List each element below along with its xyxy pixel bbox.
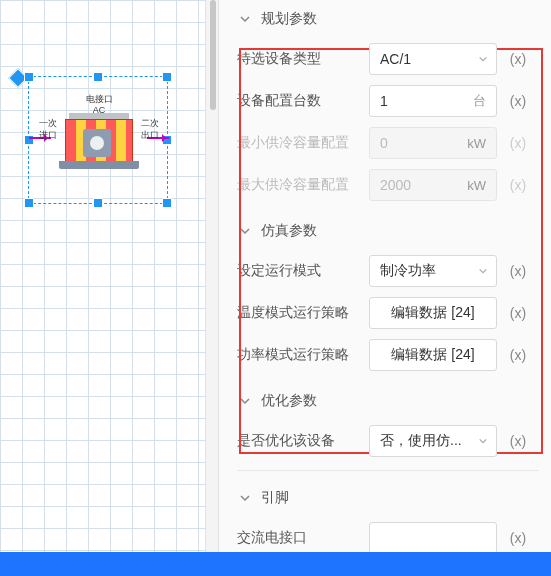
resize-handle-tc[interactable]: [93, 72, 103, 82]
row-max-cool: 最大供冷容量配置 2000 kW (x): [237, 164, 539, 206]
input-device-count-value: 1: [380, 93, 388, 109]
select-device-type[interactable]: AC/1: [369, 43, 497, 75]
select-optimize-value: 否，使用仿...: [380, 432, 462, 450]
select-run-mode[interactable]: 制冷功率: [369, 255, 497, 287]
chevron-down-icon: [478, 51, 488, 67]
expr-button[interactable]: (x): [507, 305, 529, 321]
input-max-cool-value: 2000: [380, 177, 411, 193]
button-temp-strategy[interactable]: 编辑数据 [24]: [369, 297, 497, 329]
unit-device-count: 台: [473, 92, 486, 110]
resize-handle-bc[interactable]: [93, 198, 103, 208]
equipment-base: [59, 161, 139, 169]
resize-handle-br[interactable]: [162, 198, 172, 208]
unit-max-cool: kW: [467, 178, 486, 193]
resize-handle-tr[interactable]: [162, 72, 172, 82]
section-title-opt: 优化参数: [261, 392, 317, 410]
resize-handle-bl[interactable]: [24, 198, 34, 208]
chevron-down-icon: [237, 490, 253, 506]
row-min-cool: 最小供冷容量配置 0 kW (x): [237, 122, 539, 164]
port-label-ac: AC: [93, 105, 106, 115]
bottom-bar: [0, 552, 551, 576]
button-power-strategy-label: 编辑数据 [24]: [391, 346, 474, 364]
label-min-cool: 最小供冷容量配置: [237, 134, 359, 152]
label-ac-port: 交流电接口: [237, 529, 359, 547]
row-device-type: 待选设备类型 AC/1 (x): [237, 38, 539, 80]
section-title-pins: 引脚: [261, 489, 289, 507]
section-title-plan: 规划参数: [261, 10, 317, 28]
label-run-mode: 设定运行模式: [237, 262, 359, 280]
label-temp-strategy: 温度模式运行策略: [237, 304, 359, 322]
input-ac-port[interactable]: [369, 522, 497, 554]
select-run-mode-value: 制冷功率: [380, 262, 436, 280]
canvas-pane[interactable]: 电接口 AC 一次 进口 二次 出口: [0, 0, 205, 576]
equipment-fan-icon: [83, 129, 111, 157]
section-title-sim: 仿真参数: [261, 222, 317, 240]
row-run-mode: 设定运行模式 制冷功率 (x): [237, 250, 539, 292]
resize-handle-tl[interactable]: [24, 72, 34, 82]
label-device-count: 设备配置台数: [237, 92, 359, 110]
expr-button[interactable]: (x): [507, 263, 529, 279]
row-power-strategy: 功率模式运行策略 编辑数据 [24] (x): [237, 334, 539, 376]
chevron-down-icon: [478, 263, 488, 279]
section-divider: [237, 470, 539, 471]
port-label-right2: 出口: [141, 129, 159, 142]
property-panel: 规划参数 待选设备类型 AC/1 (x) 设备配置台数 1 台: [219, 0, 551, 576]
input-device-count[interactable]: 1 台: [369, 85, 497, 117]
port-label-left2: 进口: [39, 129, 57, 142]
expr-button[interactable]: (x): [507, 530, 529, 546]
label-max-cool: 最大供冷容量配置: [237, 176, 359, 194]
input-min-cool-value: 0: [380, 135, 388, 151]
input-max-cool: 2000 kW: [369, 169, 497, 201]
row-temp-strategy: 温度模式运行策略 编辑数据 [24] (x): [237, 292, 539, 334]
section-header-pins[interactable]: 引脚: [237, 479, 539, 517]
unit-min-cool: kW: [467, 136, 486, 151]
chevron-down-icon: [237, 393, 253, 409]
select-device-type-value: AC/1: [380, 51, 411, 67]
label-device-type: 待选设备类型: [237, 50, 359, 68]
section-header-plan[interactable]: 规划参数: [237, 0, 539, 38]
row-device-count: 设备配置台数 1 台 (x): [237, 80, 539, 122]
section-header-sim[interactable]: 仿真参数: [237, 212, 539, 250]
expr-button[interactable]: (x): [507, 93, 529, 109]
selection-box[interactable]: 电接口 AC 一次 进口 二次 出口: [28, 76, 168, 204]
label-optimize: 是否优化该设备: [237, 432, 359, 450]
button-power-strategy[interactable]: 编辑数据 [24]: [369, 339, 497, 371]
chevron-down-icon: [237, 11, 253, 27]
row-optimize: 是否优化该设备 否，使用仿... (x): [237, 420, 539, 462]
label-power-strategy: 功率模式运行策略: [237, 346, 359, 364]
expr-button-disabled: (x): [507, 135, 529, 151]
section-header-opt[interactable]: 优化参数: [237, 382, 539, 420]
chevron-down-icon: [237, 223, 253, 239]
expr-button-disabled: (x): [507, 177, 529, 193]
select-optimize[interactable]: 否，使用仿...: [369, 425, 497, 457]
expr-button[interactable]: (x): [507, 433, 529, 449]
button-temp-strategy-label: 编辑数据 [24]: [391, 304, 474, 322]
chevron-down-icon: [478, 433, 488, 449]
equipment-block[interactable]: 电接口 AC 一次 进口 二次 出口: [51, 99, 147, 183]
input-min-cool: 0 kW: [369, 127, 497, 159]
expr-button[interactable]: (x): [507, 51, 529, 67]
splitter[interactable]: [205, 0, 219, 576]
expr-button[interactable]: (x): [507, 347, 529, 363]
